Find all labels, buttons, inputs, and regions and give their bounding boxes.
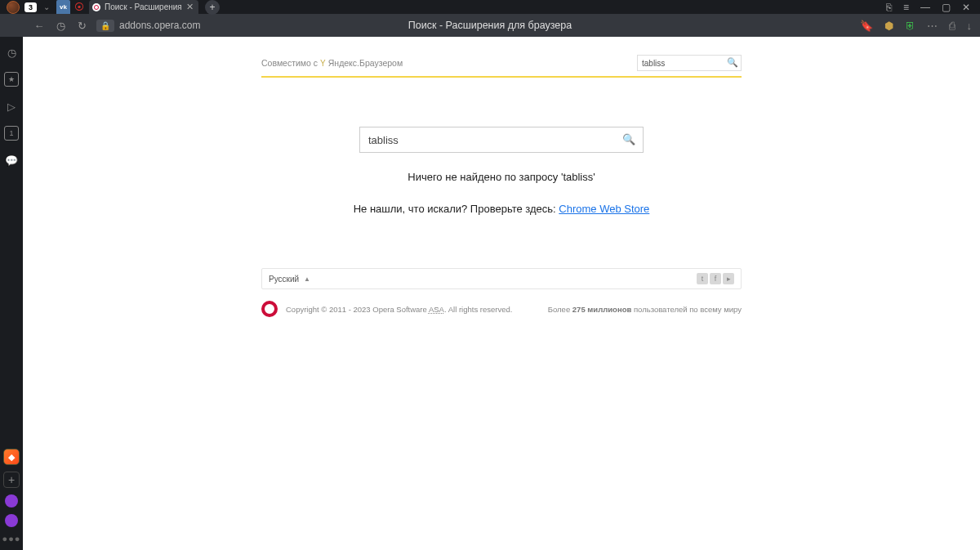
bookmark-icon[interactable]: 🔖 bbox=[860, 20, 873, 32]
page-wrap: Совместимо с Y Яндекс.Браузером 🔍 🔍 Ниче… bbox=[261, 37, 742, 317]
new-tab-button[interactable]: + bbox=[205, 0, 220, 15]
copyright-text: Copyright © 2011 - 2023 Opera Software A… bbox=[286, 305, 512, 314]
sidebar-tabs-icon[interactable]: 1 bbox=[4, 126, 19, 141]
favicon-yandex-icon bbox=[92, 3, 100, 11]
downloads-icon[interactable]: ↓ bbox=[967, 20, 973, 32]
lock-icon: 🔒 bbox=[100, 21, 110, 30]
tab-bar: 3 ⌄ vk ⦿ Поиск - Расширения д ✕ + ⎘ ≡ — … bbox=[0, 0, 980, 14]
footer-bar: Русский ▲ t f ▸ bbox=[261, 268, 742, 289]
compat-prefix: Совместимо с bbox=[261, 58, 318, 68]
close-window-icon[interactable]: ✕ bbox=[962, 2, 970, 13]
compat-brand: Яндекс.Браузером bbox=[328, 58, 403, 68]
url-text: addons.opera.com bbox=[119, 20, 200, 31]
page-content: Совместимо с Y Яндекс.Браузером 🔍 🔍 Ниче… bbox=[23, 37, 980, 550]
close-tab-icon[interactable]: ✕ bbox=[186, 2, 194, 12]
compat-text: Совместимо с Y Яндекс.Браузером bbox=[261, 58, 403, 68]
language-selector[interactable]: Русский ▲ bbox=[269, 275, 310, 284]
left-sidebar: ◷ ★ ▷ 1 💬 ◆ + ●●● bbox=[0, 37, 23, 550]
sidebar-more-icon[interactable]: ●●● bbox=[2, 534, 21, 543]
reload-icon[interactable]: ↻ bbox=[75, 20, 88, 32]
workspaces-icon[interactable]: ⎘ bbox=[886, 2, 892, 13]
tab-dropdown-icon[interactable]: ⌄ bbox=[43, 2, 50, 11]
active-tab-title: Поиск - Расширения д bbox=[105, 2, 182, 11]
sidebar-app-1[interactable] bbox=[5, 494, 18, 508]
menu-icon[interactable]: ≡ bbox=[903, 2, 909, 13]
pinned-tab-opera[interactable]: ⦿ bbox=[72, 0, 86, 14]
page-title: Поиск - Расширения для браузера bbox=[408, 20, 572, 31]
caret-up-icon: ▲ bbox=[304, 275, 310, 283]
no-results-message: Ничего не найдено по запросу 'tabliss' bbox=[261, 171, 742, 183]
main-search-input[interactable] bbox=[359, 127, 644, 153]
search-icon[interactable]: 🔍 bbox=[727, 57, 738, 68]
main-search-wrap: 🔍 bbox=[359, 127, 644, 153]
maximize-icon[interactable]: ▢ bbox=[942, 2, 951, 13]
minimize-icon[interactable]: — bbox=[920, 2, 930, 13]
youtube-icon[interactable]: ▸ bbox=[723, 273, 734, 284]
top-search-input[interactable] bbox=[637, 55, 742, 71]
yandex-y-icon: Y bbox=[320, 59, 326, 68]
twitter-icon[interactable]: t bbox=[697, 273, 708, 284]
adblock-icon[interactable]: ⛨ bbox=[905, 20, 915, 32]
social-icons: t f ▸ bbox=[697, 273, 734, 284]
sidebar-news-icon[interactable]: ▷ bbox=[4, 99, 19, 114]
back-icon[interactable]: ← bbox=[33, 20, 46, 32]
suggest-message: Не нашли, что искали? Проверьте здесь: C… bbox=[261, 203, 742, 215]
active-tab[interactable]: Поиск - Расширения д ✕ bbox=[89, 0, 198, 14]
history-icon[interactable]: ◷ bbox=[54, 20, 67, 32]
sidebar-bottom: ◆ + ●●● bbox=[2, 449, 21, 550]
sidebar-bookmarks-icon[interactable]: ★ bbox=[4, 72, 19, 87]
pinned-tab-vk[interactable]: vk bbox=[56, 0, 70, 14]
asa-abbr: ASA bbox=[429, 305, 444, 314]
vpn-icon[interactable]: ⋯ bbox=[927, 20, 938, 32]
extensions-icon[interactable]: ⬢ bbox=[884, 20, 893, 32]
sidebar-history-icon[interactable]: ◷ bbox=[4, 45, 19, 60]
sidebar-app-wallet[interactable]: ◆ bbox=[3, 449, 20, 465]
sidebar-add-button[interactable]: + bbox=[3, 472, 20, 488]
language-label: Русский bbox=[269, 275, 299, 284]
copyright-row: Copyright © 2011 - 2023 Opera Software A… bbox=[261, 301, 742, 317]
address-bar-right: 🔖 ⬢ ⛨ ⋯ ⎙ ↓ bbox=[860, 20, 976, 32]
window-controls: ⎘ ≡ — ▢ ✕ bbox=[886, 2, 977, 13]
tab-bar-left: 3 ⌄ vk ⦿ Поиск - Расширения д ✕ + bbox=[3, 0, 220, 14]
url-box[interactable]: 🔒 addons.opera.com bbox=[96, 20, 200, 32]
users-text: Более 275 миллионов пользователей по все… bbox=[548, 305, 742, 314]
top-search-wrap: 🔍 bbox=[637, 55, 742, 72]
search-icon[interactable]: 🔍 bbox=[622, 133, 635, 145]
sidebar-messenger-icon[interactable]: 💬 bbox=[4, 153, 19, 168]
tab-count[interactable]: 3 bbox=[24, 2, 37, 12]
suggest-prefix: Не нашли, что искали? Проверьте здесь: bbox=[354, 203, 559, 215]
chrome-web-store-link[interactable]: Chrome Web Store bbox=[559, 203, 649, 215]
opera-logo-icon bbox=[261, 301, 278, 317]
header-row: Совместимо с Y Яндекс.Браузером 🔍 bbox=[261, 53, 742, 78]
sidebar-app-2[interactable] bbox=[5, 514, 18, 527]
address-bar: ← ◷ ↻ 🔒 addons.opera.com Поиск - Расшире… bbox=[0, 14, 980, 37]
sidebar-player-icon[interactable]: ⎙ bbox=[949, 20, 956, 32]
facebook-icon[interactable]: f bbox=[710, 273, 721, 284]
profile-avatar[interactable] bbox=[7, 1, 20, 14]
